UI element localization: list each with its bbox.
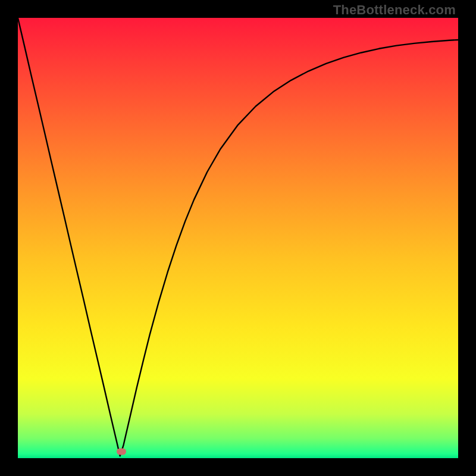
bottleneck-curve bbox=[18, 18, 458, 458]
plot-area bbox=[18, 18, 458, 458]
optimal-point-marker bbox=[117, 448, 126, 455]
chart-frame: TheBottleneck.com bbox=[0, 0, 476, 476]
watermark-label: TheBottleneck.com bbox=[333, 2, 456, 18]
